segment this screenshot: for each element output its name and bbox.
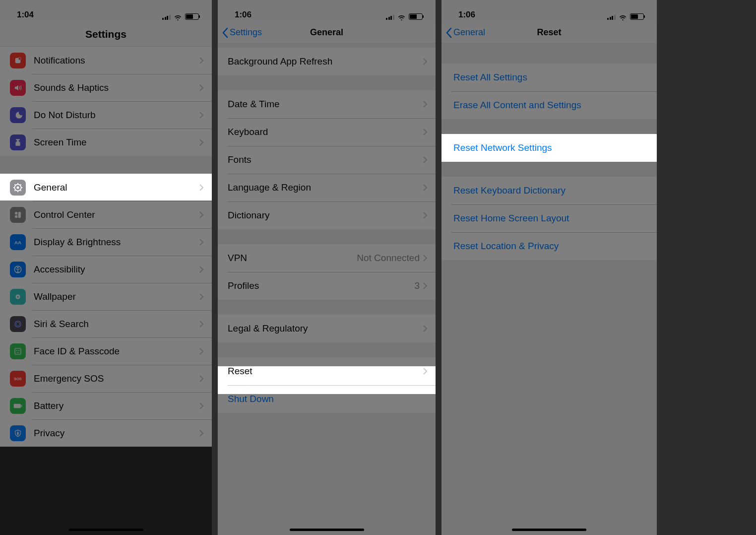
row-notifications[interactable]: Notifications: [0, 47, 212, 74]
nav-header: Settings: [0, 22, 212, 47]
svg-point-23: [16, 350, 17, 351]
chevron-right-icon: [199, 429, 204, 437]
status-bar: 1:04: [0, 0, 212, 22]
sos-icon: SOS: [10, 371, 26, 387]
svg-rect-22: [15, 348, 21, 354]
row-label: Shut Down: [228, 394, 436, 404]
chevron-right-icon: [199, 402, 204, 410]
svg-point-24: [18, 350, 19, 351]
row-do-not-disturb[interactable]: Do Not Disturb: [0, 101, 212, 129]
row-reset-keyboard-dictionary[interactable]: Reset Keyboard Dictionary: [441, 177, 657, 204]
row-label: Reset All Settings: [451, 72, 657, 83]
chevron-right-icon: [199, 84, 204, 92]
row-keyboard[interactable]: Keyboard: [218, 118, 436, 146]
svg-line-10: [14, 190, 15, 191]
general-list[interactable]: Background App Refresh Date & Time Keybo…: [218, 44, 436, 535]
row-label: Reset Location & Privacy: [451, 241, 657, 252]
row-shut-down[interactable]: Shut Down: [218, 385, 436, 413]
status-time: 1:06: [235, 10, 252, 20]
row-label: Notifications: [34, 55, 199, 66]
chevron-right-icon: [199, 138, 204, 146]
home-indicator[interactable]: [69, 529, 143, 531]
row-reset-all-settings[interactable]: Reset All Settings: [441, 64, 657, 91]
row-control-center[interactable]: Control Center: [0, 201, 212, 228]
row-label: Face ID & Passcode: [34, 346, 199, 357]
svg-rect-28: [17, 432, 19, 434]
row-wallpaper[interactable]: Wallpaper: [0, 283, 212, 310]
row-label: Date & Time: [228, 99, 423, 110]
row-sounds-haptics[interactable]: Sounds & Haptics: [0, 74, 212, 101]
chevron-right-icon: [199, 293, 204, 301]
row-display-brightness[interactable]: AA Display & Brightness: [0, 228, 212, 256]
control-center-icon: [10, 207, 26, 223]
status-icons: [162, 13, 199, 20]
chevron-right-icon: [199, 238, 204, 246]
home-indicator[interactable]: [512, 529, 586, 531]
chevron-right-icon: [423, 367, 428, 375]
row-date-time[interactable]: Date & Time: [218, 90, 436, 118]
chevron-right-icon: [423, 282, 428, 290]
row-emergency-sos[interactable]: SOS Emergency SOS: [0, 365, 212, 392]
svg-rect-26: [14, 403, 21, 407]
row-reset-home-screen-layout[interactable]: Reset Home Screen Layout: [441, 204, 657, 232]
row-label: Privacy: [34, 428, 199, 439]
row-reset-location-privacy[interactable]: Reset Location & Privacy: [441, 232, 657, 260]
back-button[interactable]: Settings: [222, 22, 262, 43]
row-profiles[interactable]: Profiles 3: [218, 272, 436, 300]
row-faceid-passcode[interactable]: Face ID & Passcode: [0, 337, 212, 365]
chevron-left-icon: [445, 27, 452, 38]
status-bar: 1:06: [218, 0, 436, 22]
row-value: 3: [414, 280, 420, 291]
row-vpn[interactable]: VPN Not Connected: [218, 244, 436, 272]
chevron-right-icon: [199, 375, 204, 383]
row-label: Language & Region: [228, 182, 423, 193]
row-label: Legal & Regulatory: [228, 323, 423, 334]
row-label: Screen Time: [34, 137, 199, 148]
settings-list[interactable]: Notifications Sounds & Haptics Do Not Di…: [0, 47, 212, 447]
row-value: Not Connected: [357, 253, 420, 264]
wifi-icon: [397, 14, 406, 20]
row-label: Emergency SOS: [34, 373, 199, 384]
sounds-icon: [10, 80, 26, 96]
row-siri-search[interactable]: Siri & Search: [0, 310, 212, 337]
row-screen-time[interactable]: Screen Time: [0, 129, 212, 156]
screen-settings: 1:04 Settings Notifications Sounds & Hap…: [0, 0, 212, 535]
row-fonts[interactable]: Fonts: [218, 146, 436, 174]
row-dictionary[interactable]: Dictionary: [218, 201, 436, 229]
row-label: Control Center: [34, 209, 199, 220]
row-reset[interactable]: Reset: [218, 357, 436, 385]
wifi-icon: [619, 14, 627, 20]
gear-icon: [10, 180, 26, 196]
row-language-region[interactable]: Language & Region: [218, 174, 436, 201]
row-reset-network-settings[interactable]: Reset Network Settings: [441, 134, 657, 162]
chevron-right-icon: [423, 156, 428, 164]
chevron-right-icon: [199, 57, 204, 65]
row-background-app-refresh[interactable]: Background App Refresh: [218, 48, 436, 75]
home-indicator[interactable]: [290, 529, 364, 531]
row-label: Keyboard: [228, 127, 423, 137]
svg-rect-27: [21, 405, 22, 406]
chevron-right-icon: [423, 254, 428, 262]
svg-point-21: [16, 322, 20, 326]
row-erase-all-content[interactable]: Erase All Content and Settings: [441, 91, 657, 119]
row-label: Fonts: [228, 154, 423, 165]
reset-list[interactable]: Reset All Settings Erase All Content and…: [441, 44, 657, 535]
back-label: General: [453, 27, 485, 38]
page-title: Reset: [537, 27, 561, 38]
svg-point-3: [17, 186, 19, 189]
row-general[interactable]: General: [0, 174, 212, 201]
chevron-right-icon: [423, 58, 428, 66]
row-accessibility[interactable]: Accessibility: [0, 256, 212, 283]
row-legal-regulatory[interactable]: Legal & Regulatory: [218, 315, 436, 342]
row-privacy[interactable]: Privacy: [0, 419, 212, 447]
row-battery[interactable]: Battery: [0, 392, 212, 419]
cellular-icon: [607, 14, 616, 20]
accessibility-icon: [10, 262, 26, 277]
row-label: Do Not Disturb: [34, 110, 199, 121]
row-label: Reset Keyboard Dictionary: [451, 185, 657, 196]
status-time: 1:06: [458, 10, 475, 20]
svg-point-17: [17, 267, 19, 268]
back-button[interactable]: General: [445, 22, 485, 43]
screen-time-icon: [10, 134, 26, 150]
chevron-right-icon: [199, 347, 204, 355]
